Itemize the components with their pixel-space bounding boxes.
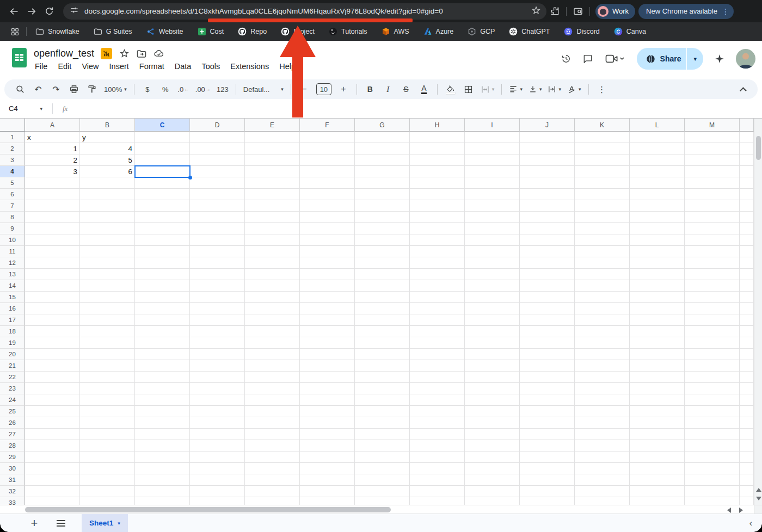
cell-partial[interactable] <box>740 474 754 486</box>
cell-G4[interactable] <box>355 166 410 177</box>
cell-L22[interactable] <box>630 372 685 383</box>
cell-L30[interactable] <box>630 463 685 474</box>
cell-K7[interactable] <box>575 200 630 212</box>
cell-B9[interactable] <box>80 223 135 234</box>
cell-G11[interactable] <box>355 246 410 257</box>
column-header-J[interactable]: J <box>520 119 575 132</box>
cell-K15[interactable] <box>575 292 630 303</box>
row-header-11[interactable]: 11 <box>0 246 25 257</box>
document-title[interactable]: openflow_test <box>34 48 94 59</box>
cell-A27[interactable] <box>25 429 80 440</box>
cell-H20[interactable] <box>410 349 465 360</box>
cell-C4[interactable] <box>135 166 190 177</box>
cell-B21[interactable] <box>80 360 135 372</box>
cell-J30[interactable] <box>520 463 575 474</box>
cell-L24[interactable] <box>630 394 685 406</box>
cell-E17[interactable] <box>245 314 300 326</box>
cell-K27[interactable] <box>575 429 630 440</box>
cell-C33[interactable] <box>135 497 190 505</box>
cell-E22[interactable] <box>245 372 300 383</box>
cell-I3[interactable] <box>465 154 520 166</box>
column-header-H[interactable]: H <box>410 119 465 132</box>
back-button[interactable] <box>5 3 23 20</box>
cell-G18[interactable] <box>355 326 410 337</box>
cell-L21[interactable] <box>630 360 685 372</box>
cell-G31[interactable] <box>355 474 410 486</box>
apps-grid-icon[interactable] <box>7 23 23 40</box>
cell-I30[interactable] <box>465 463 520 474</box>
scroll-right-button[interactable] <box>739 508 743 513</box>
cell-C32[interactable] <box>135 486 190 497</box>
cell-F21[interactable] <box>300 360 355 372</box>
cell-J5[interactable] <box>520 177 575 189</box>
cell-E33[interactable] <box>245 497 300 505</box>
cell-L27[interactable] <box>630 429 685 440</box>
cell-partial[interactable] <box>740 383 754 394</box>
cell-I20[interactable] <box>465 349 520 360</box>
cell-partial[interactable] <box>740 223 754 234</box>
cell-F9[interactable] <box>300 223 355 234</box>
cell-G12[interactable] <box>355 257 410 269</box>
italic-button[interactable]: I <box>382 82 394 96</box>
cell-C25[interactable] <box>135 406 190 417</box>
cell-E26[interactable] <box>245 417 300 429</box>
cell-H5[interactable] <box>410 177 465 189</box>
cell-partial[interactable] <box>740 292 754 303</box>
collapse-side-panel-icon[interactable]: ‹ <box>749 518 752 528</box>
collapse-toolbar-icon[interactable] <box>738 82 750 96</box>
cell-D29[interactable] <box>190 451 245 463</box>
cell-M7[interactable] <box>685 200 740 212</box>
cell-J6[interactable] <box>520 189 575 200</box>
chrome-menu-icon[interactable]: ⋮ <box>722 7 729 16</box>
cell-M33[interactable] <box>685 497 740 505</box>
cell-B26[interactable] <box>80 417 135 429</box>
cell-M23[interactable] <box>685 383 740 394</box>
cell-J4[interactable] <box>520 166 575 177</box>
cell-I14[interactable] <box>465 280 520 292</box>
cell-B28[interactable] <box>80 440 135 451</box>
cell-G17[interactable] <box>355 314 410 326</box>
cell-M16[interactable] <box>685 303 740 314</box>
cell-I18[interactable] <box>465 326 520 337</box>
horizontal-scrollbar-thumb[interactable] <box>25 507 391 512</box>
cell-C13[interactable] <box>135 269 190 280</box>
cell-I8[interactable] <box>465 212 520 223</box>
cell-K33[interactable] <box>575 497 630 505</box>
zoom-select[interactable]: 100%▾ <box>104 82 127 96</box>
cell-L9[interactable] <box>630 223 685 234</box>
cell-B7[interactable] <box>80 200 135 212</box>
cell-H24[interactable] <box>410 394 465 406</box>
cell-I26[interactable] <box>465 417 520 429</box>
cell-J27[interactable] <box>520 429 575 440</box>
cell-A28[interactable] <box>25 440 80 451</box>
cell-K25[interactable] <box>575 406 630 417</box>
increase-decimal-button[interactable]: .00→ <box>195 82 211 96</box>
chrome-update-button[interactable]: New Chrome available ⋮ <box>638 4 734 19</box>
cell-G33[interactable] <box>355 497 410 505</box>
cell-I19[interactable] <box>465 337 520 349</box>
text-rotation-button[interactable]: ▾ <box>567 82 581 96</box>
cell-H16[interactable] <box>410 303 465 314</box>
column-header-D[interactable]: D <box>190 119 245 132</box>
forward-button[interactable] <box>23 3 40 20</box>
cell-E16[interactable] <box>245 303 300 314</box>
meet-video-icon[interactable] <box>604 53 626 64</box>
cell-H1[interactable] <box>410 132 465 143</box>
cell-D27[interactable] <box>190 429 245 440</box>
cell-C24[interactable] <box>135 394 190 406</box>
cell-L10[interactable] <box>630 234 685 246</box>
bookmark-item-azure[interactable]: Azure <box>423 27 454 36</box>
cell-E29[interactable] <box>245 451 300 463</box>
cell-H29[interactable] <box>410 451 465 463</box>
menu-tools[interactable]: Tools <box>201 62 220 71</box>
cell-H15[interactable] <box>410 292 465 303</box>
cell-K9[interactable] <box>575 223 630 234</box>
cell-A8[interactable] <box>25 212 80 223</box>
account-avatar[interactable] <box>736 49 755 69</box>
cell-H8[interactable] <box>410 212 465 223</box>
cell-H32[interactable] <box>410 486 465 497</box>
cell-D3[interactable] <box>190 154 245 166</box>
cell-L13[interactable] <box>630 269 685 280</box>
cell-D32[interactable] <box>190 486 245 497</box>
cell-F1[interactable] <box>300 132 355 143</box>
